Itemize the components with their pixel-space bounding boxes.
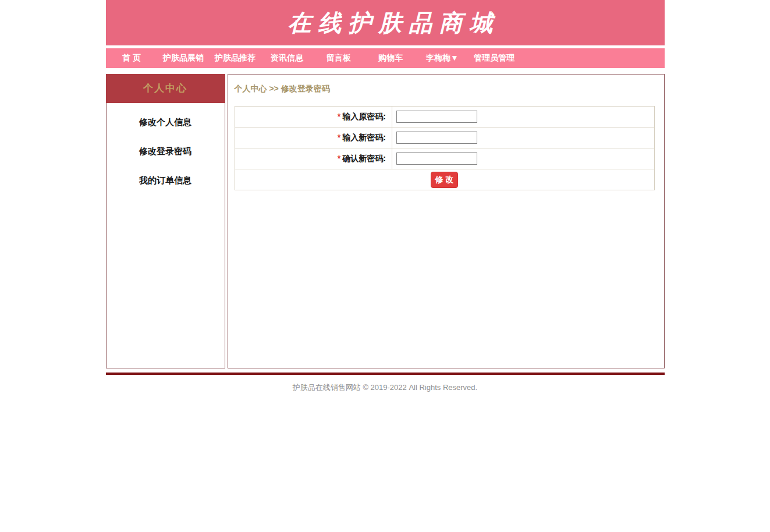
required-mark: *: [338, 154, 340, 163]
sidebar-item-change-password[interactable]: 修改登录密码: [107, 137, 225, 166]
old-password-input[interactable]: [396, 111, 477, 123]
sidebar-item-my-orders[interactable]: 我的订单信息: [107, 166, 225, 195]
confirm-password-label: 确认新密码:: [342, 154, 386, 163]
site-banner: 在线护肤品商城: [106, 0, 665, 45]
form-row-old-password: *输入原密码:: [235, 107, 654, 127]
footer-copyright: 护肤品在线销售网站 © 2019-2022 All Rights Reserve…: [106, 382, 665, 393]
new-password-label: 输入新密码:: [342, 133, 386, 142]
nav-item-admin[interactable]: 管理员管理: [469, 53, 520, 63]
form-row-new-password: *输入新密码:: [235, 127, 654, 148]
sidebar: 个人中心 修改个人信息 修改登录密码 我的订单信息: [106, 74, 225, 368]
sidebar-item-edit-profile[interactable]: 修改个人信息: [107, 108, 225, 137]
sidebar-title: 个人中心: [106, 74, 225, 103]
nav-item-message-board[interactable]: 留言板: [313, 53, 365, 63]
nav-item-product-showcase[interactable]: 护肤品展销: [158, 53, 210, 63]
required-mark: *: [338, 112, 340, 121]
form-row-submit: 修 改: [235, 169, 654, 190]
page-container: 在线护肤品商城 首 页 护肤品展销 护肤品推荐 资讯信息 留言板 购物车 李梅梅…: [106, 0, 665, 393]
required-mark: *: [338, 133, 340, 142]
footer-divider: [106, 373, 665, 375]
main-nav: 首 页 护肤品展销 护肤品推荐 资讯信息 留言板 购物车 李梅梅▼ 管理员管理: [106, 48, 665, 68]
sidebar-menu: 修改个人信息 修改登录密码 我的订单信息: [106, 103, 225, 368]
main-panel: 个人中心 >> 修改登录密码 *输入原密码: *输入新密码:: [228, 74, 665, 368]
new-password-input[interactable]: [396, 132, 477, 144]
nav-item-user-menu[interactable]: 李梅梅▼: [417, 53, 469, 63]
change-password-form: *输入原密码: *输入新密码: *确认新密码:: [235, 106, 655, 190]
nav-item-cart[interactable]: 购物车: [365, 53, 417, 63]
nav-item-product-recommend[interactable]: 护肤品推荐: [210, 53, 261, 63]
form-row-confirm-password: *确认新密码:: [235, 148, 654, 169]
nav-item-home[interactable]: 首 页: [106, 53, 158, 63]
submit-button[interactable]: 修 改: [431, 172, 459, 188]
content-area: 个人中心 修改个人信息 修改登录密码 我的订单信息 个人中心 >> 修改登录密码…: [106, 74, 665, 368]
nav-item-news[interactable]: 资讯信息: [261, 53, 313, 63]
old-password-label: 输入原密码:: [342, 112, 386, 121]
site-title: 在线护肤品商城: [271, 7, 500, 39]
confirm-password-input[interactable]: [396, 152, 477, 165]
breadcrumb: 个人中心 >> 修改登录密码: [235, 84, 655, 94]
